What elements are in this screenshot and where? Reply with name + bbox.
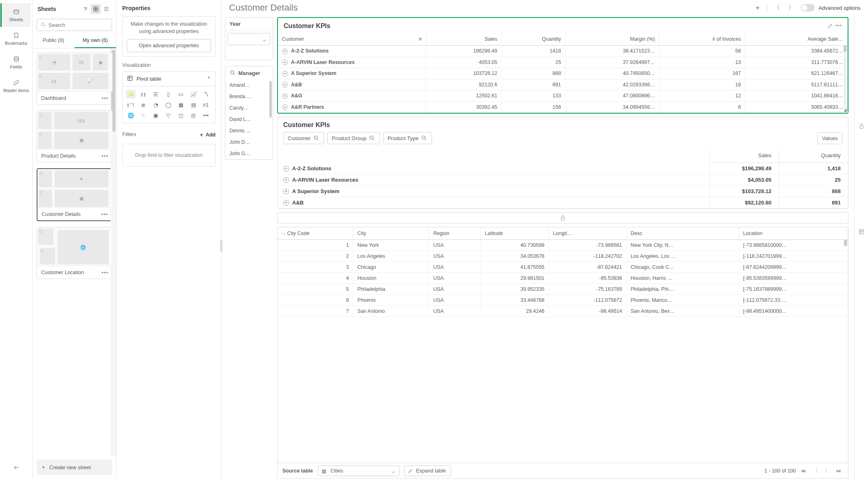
viz-pivot-icon[interactable]: ▤ xyxy=(189,100,198,109)
manager-item[interactable]: John G… xyxy=(225,148,273,159)
table-row[interactable]: +A-ARVIN Laser Resources4053.052537.9264… xyxy=(278,57,848,68)
expand-icon[interactable]: + xyxy=(283,189,289,194)
viz-funnel-icon[interactable]: ▽ xyxy=(163,111,173,120)
page-first-button[interactable]: ⏮ xyxy=(799,467,808,475)
manager-item[interactable]: Brenda … xyxy=(225,91,273,102)
viz-donut-icon[interactable]: ◯ xyxy=(163,100,173,109)
data-col-header[interactable]: Region xyxy=(429,227,481,240)
expand-icon[interactable]: + xyxy=(282,59,288,65)
table-row[interactable]: 6PhoenixUSA33.446768-112.075672Phoenix, … xyxy=(278,295,848,306)
table-row[interactable]: +A&B92120.689142.0293398…185117.81111… xyxy=(278,79,848,90)
data-col-header[interactable]: Location xyxy=(739,227,848,240)
more-icon[interactable]: ••• xyxy=(835,22,842,30)
lock-bar[interactable] xyxy=(277,212,848,224)
open-advanced-button[interactable]: Open advanced properties xyxy=(127,39,211,52)
manager-item[interactable]: John D… xyxy=(225,136,273,148)
viz-stack-icon[interactable]: ▭ xyxy=(176,90,186,99)
tab-my-own[interactable]: My own (6) xyxy=(75,33,117,48)
expand-icon[interactable]: + xyxy=(282,82,288,88)
viz-box-icon[interactable]: ⊟ xyxy=(189,111,198,120)
page-last-button[interactable]: ⏭ xyxy=(835,467,843,475)
viz-area-icon[interactable]: 〽 xyxy=(201,90,211,99)
expand-icon[interactable]: + xyxy=(282,48,288,54)
expand-icon[interactable]: + xyxy=(283,177,289,183)
list-view-icon[interactable] xyxy=(101,4,111,14)
lock-icon[interactable] xyxy=(858,123,865,131)
filter-drop-zone[interactable]: Drop field to filter visualization xyxy=(122,144,216,167)
scrollbar[interactable] xyxy=(844,45,847,111)
customer-kpis-pivot[interactable]: Customer KPIs Customer Product Group Pro… xyxy=(277,117,848,209)
scrollbar[interactable] xyxy=(269,81,272,118)
data-col-header[interactable]: Desc xyxy=(626,227,739,240)
table-row[interactable]: 4HoustonUSA29.981501-95.53836Houston, Ha… xyxy=(278,273,848,284)
pivot-header[interactable]: Quantity xyxy=(779,148,848,163)
viz-wf-icon[interactable]: ≣ xyxy=(139,100,148,109)
year-dropdown[interactable]: ⌄ xyxy=(228,33,270,45)
more-icon[interactable]: ••• xyxy=(101,269,108,275)
more-icon[interactable]: ••• xyxy=(101,153,108,159)
pivot-row[interactable]: +A-ARVIN Laser Resources xyxy=(278,174,709,186)
pivot-row[interactable]: +A-2-Z Solutions xyxy=(278,163,709,174)
grid-view-icon[interactable] xyxy=(91,4,101,14)
next-sheet-button[interactable]: 〉 xyxy=(786,2,797,13)
viz-col-icon[interactable]: ▯ xyxy=(163,90,173,99)
data-col-header[interactable]: Longit… xyxy=(549,227,626,240)
page-prev-button[interactable]: 〈 xyxy=(811,467,820,475)
viz-auto-icon[interactable]: ✨ xyxy=(126,90,136,99)
data-col-header[interactable]: City xyxy=(353,227,429,240)
pivot-row[interactable]: +A Superior System xyxy=(278,186,709,197)
expand-icon[interactable] xyxy=(80,4,90,14)
data-col-header[interactable]: Latitude xyxy=(480,227,549,240)
kpi-col-header[interactable]: Quantity xyxy=(502,33,565,46)
viz-type-selector[interactable]: Pivot table ⌃ xyxy=(122,71,216,86)
rail-bookmarks[interactable]: Bookmarks xyxy=(2,27,31,51)
viz-more-icon[interactable]: ••• xyxy=(201,111,211,120)
search-field[interactable] xyxy=(48,22,108,28)
source-table-dropdown[interactable]: Cities xyxy=(318,466,399,476)
pivot-row[interactable]: +A&B xyxy=(278,197,709,209)
page-next-button[interactable]: 〉 xyxy=(823,467,831,475)
table-row[interactable]: +A Superior System103728.1286840.7450650… xyxy=(278,68,848,79)
manager-item[interactable]: David L… xyxy=(225,114,273,125)
scrollbar[interactable] xyxy=(844,240,847,246)
kpi-col-header[interactable]: Sales xyxy=(426,33,501,46)
kpi-col-header[interactable]: Average Sale… xyxy=(745,33,848,46)
viz-hbar-icon[interactable]: ☰ xyxy=(151,90,161,99)
customer-kpis-table-selected[interactable]: Customer KPIs ⤢••• Customer ≡SalesQuanti… xyxy=(277,17,848,114)
viz-globe-icon[interactable]: 🌐 xyxy=(126,111,136,120)
chip-customer[interactable]: Customer xyxy=(283,132,324,144)
viz-bullet-icon[interactable]: ◫ xyxy=(176,111,186,120)
table-row[interactable]: 1New YorkUSA40.730599-73.986581New York … xyxy=(278,240,848,251)
viz-bar-icon[interactable]: ⫿⫿ xyxy=(139,90,148,99)
sheet-card-product[interactable]: ⊏ ⫿⫿⫿ ⊏ ▦ Product Details••• xyxy=(37,110,113,163)
viz-combo-icon[interactable]: ⫿〽 xyxy=(126,100,136,109)
table-row[interactable]: 7San AntonioUSA29.4246-98.49514San Anton… xyxy=(278,306,848,317)
expand-icon[interactable]: + xyxy=(283,200,289,206)
expand-icon[interactable]: + xyxy=(282,71,288,77)
table-row[interactable]: 2Los AngelesUSA34.053678-118.242702Los A… xyxy=(278,251,848,262)
viz-treemap-icon[interactable]: ▣ xyxy=(151,111,161,120)
chip-product-group[interactable]: Product Group xyxy=(327,132,380,144)
sheet-card-location[interactable]: ⊏ 🌐 ⊏ Customer Location••• xyxy=(37,227,113,279)
manager-item[interactable]: Caroly… xyxy=(225,102,273,114)
sheet-card-dashboard[interactable]: ⊏◔ #1 ◉ ⊏⫿⫿ 📈 Dashboard••• xyxy=(37,53,113,105)
data-col-header[interactable]: ↑↓ City Code xyxy=(278,227,353,240)
add-filter-button[interactable]: ＋ Add xyxy=(199,132,216,138)
expand-icon[interactable]: + xyxy=(282,104,288,110)
fullscreen-icon[interactable]: ⤢ xyxy=(827,22,833,30)
more-icon[interactable]: ••• xyxy=(101,95,108,101)
table-row[interactable]: 5PhiladelphiaUSA39.952335-75.163789Phila… xyxy=(278,284,848,295)
pivot-header[interactable]: Sales xyxy=(709,148,779,163)
panel-resize-handle[interactable] xyxy=(220,240,223,252)
kpi-col-header[interactable]: # of Invoices xyxy=(659,33,745,46)
rail-master[interactable]: Master items xyxy=(2,74,31,98)
expand-table-button[interactable]: Expand table xyxy=(404,466,451,476)
manager-item[interactable]: Dennis … xyxy=(225,125,273,136)
table-icon[interactable] xyxy=(858,229,865,236)
chip-product-type[interactable]: Product Type xyxy=(383,132,432,144)
rail-fields[interactable]: Fields xyxy=(2,51,31,74)
table-row[interactable]: 3ChicagoUSA41.875555-87.624421Chicago, C… xyxy=(278,262,848,273)
rail-sheets[interactable]: Sheets xyxy=(0,3,31,27)
kpi-col-header[interactable]: Margin (%) xyxy=(565,33,659,46)
table-row[interactable]: +A&R Partners30392.4515634.0994556…65065… xyxy=(278,101,848,113)
